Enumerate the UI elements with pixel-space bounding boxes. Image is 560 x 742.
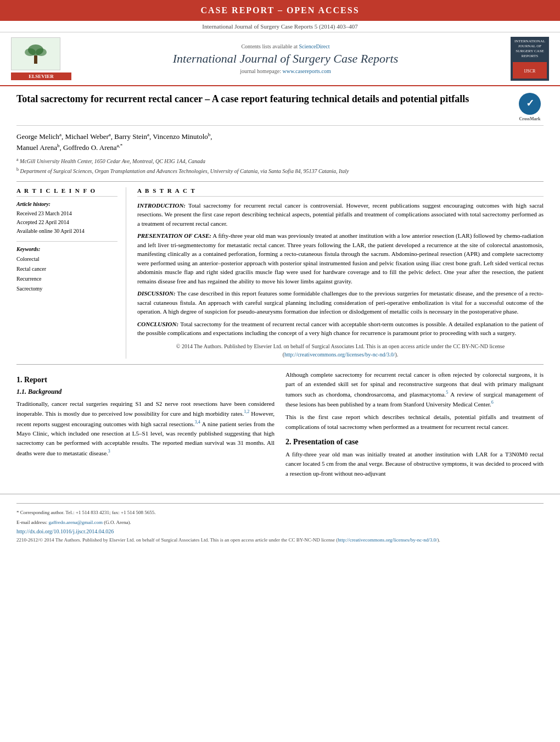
accepted-date: Accepted 22 April 2014 — [16, 218, 117, 227]
received-date: Received 23 March 2014 — [16, 209, 117, 218]
history-section: Article history: Received 23 March 2014 … — [16, 201, 117, 236]
journal-title: International Journal of Surgery Case Re… — [71, 52, 500, 66]
body-col-right: Although complete sacrectomy for recurre… — [285, 370, 544, 482]
author-barry: Barry Stein — [114, 133, 147, 141]
article-content: Total sacrectomy for recurrent rectal ca… — [0, 86, 560, 488]
doi-text: International Journal of Surgery Case Re… — [202, 23, 357, 30]
author-sup-b2: b — [57, 143, 60, 148]
keyword-rectal-cancer: Rectal cancer — [16, 264, 117, 274]
body-para-1: Traditionally, cancer rectal surgeries r… — [16, 399, 275, 459]
section2-heading: 2. Presentation of case — [285, 438, 544, 447]
abstract-conclusion-text: Total sacrectomy for the treatment of re… — [137, 321, 544, 337]
page-footer-text: 2210-2612/© 2014 The Authors. Published … — [16, 537, 544, 544]
abstract-discussion-label: DISCUSSION: — [137, 290, 176, 297]
svg-rect-4 — [34, 55, 37, 64]
body-para-2: Although complete sacrectomy for recurre… — [285, 370, 544, 410]
info-abstract-columns: A R T I C L E I N F O Article history: R… — [16, 181, 544, 359]
sciencedirect-link[interactable]: ScienceDirect — [299, 43, 329, 49]
abstract-presentation-label: PRESENTATION OF CASE: — [137, 232, 211, 239]
body-para-4: A fifty-three year old man was initially… — [285, 450, 544, 479]
email-suffix: (G.O. Arena). — [103, 520, 131, 525]
email-line: E-mail address: gaffredo.arena@gmail.com… — [16, 519, 544, 527]
elsevier-badge: ELSEVIER — [11, 72, 71, 80]
elsevier-tree-logo — [11, 37, 60, 70]
affiliation-b: b Department of Surgical Sciences, Organ… — [16, 166, 544, 175]
section1-heading: 1. Report — [16, 376, 275, 384]
section-divider — [16, 364, 544, 365]
abstract-discussion: DISCUSSION: The case described in this r… — [137, 289, 544, 316]
history-heading: Article history: — [16, 201, 117, 207]
homepage-link[interactable]: www.casereports.com — [282, 68, 331, 74]
abstract-intro-text: Total sacrectomy for recurrent rectal ca… — [137, 202, 544, 227]
aff-sup-b: b — [16, 167, 19, 172]
author-george: George Melich — [16, 133, 59, 141]
keywords-section: Keywords: Colorectal Rectal cancer Recur… — [16, 241, 117, 294]
author-michael: Michael Weber — [65, 133, 109, 141]
abstract-presentation: PRESENTATION OF CASE: A fifty-three year… — [137, 231, 544, 286]
abstract-presentation-text: A fifty-three year old man was previousl… — [137, 232, 544, 284]
footer-license-link[interactable]: http://creativecommons.org/licenses/by-n… — [338, 537, 437, 543]
svg-point-2 — [25, 48, 36, 56]
abstract-conclusion-label: CONCLUSION: — [137, 321, 178, 327]
author-sup-a3: a — [147, 132, 149, 137]
article-info-panel: A R T I C L E I N F O Article history: R… — [16, 187, 126, 359]
journal-center: Contents lists available at ScienceDirec… — [71, 43, 500, 74]
available-date: Available online 30 April 2014 — [16, 227, 117, 236]
abstract-intro-label: INTRODUCTION: — [137, 202, 186, 209]
corresponding-author-note: * Corresponding author. Tel.: +1 514 833… — [16, 509, 544, 517]
abstract-intro: INTRODUCTION: Total sacrectomy for recur… — [137, 201, 544, 228]
footer-copyright-text: 2210-2612/© 2014 The Authors. Published … — [16, 537, 338, 543]
ref-6: 6 — [491, 400, 494, 405]
body-two-column: 1. Report 1.1. Background Traditionally,… — [16, 370, 544, 482]
crossmark-label: CrossMark — [519, 116, 541, 122]
authors-line: George Melicha, Michael Webera, Barry St… — [16, 131, 544, 153]
author-vincenzo: Vincenzo Minutolo — [153, 133, 208, 141]
ref-5: 5 — [446, 390, 448, 395]
author-goffredo: Goffredo O. Arena — [63, 144, 117, 152]
footer-close-paren: ). — [438, 537, 440, 543]
abstract-conclusion: CONCLUSION: Total sacrectomy for the tre… — [137, 320, 544, 338]
affiliation-b-text: Department of Surgical Sciences, Organ T… — [20, 169, 349, 175]
abstract-heading: A B S T R A C T — [137, 187, 544, 197]
sciencedirect-prefix: Contents lists available at — [241, 43, 299, 49]
footer-section: * Corresponding author. Tel.: +1 514 833… — [0, 494, 560, 544]
affiliation-a-text: McGill University Health Center, 1650 Ce… — [20, 158, 205, 164]
author-manuel: Manuel Arena — [16, 144, 57, 152]
crossmark-logo: ✓ — [519, 93, 541, 115]
ref-3-4: 3,4 — [195, 420, 200, 425]
footer-divider — [16, 503, 544, 504]
sciencedirect-line: Contents lists available at ScienceDirec… — [71, 43, 500, 49]
abstract-discussion-text: The case described in this report featur… — [137, 290, 544, 315]
ref-3: 3 — [108, 449, 110, 454]
homepage-prefix: journal homepage: — [240, 68, 282, 74]
email-link[interactable]: gaffredo.arena@gmail.com — [48, 520, 103, 525]
keywords-heading: Keywords: — [16, 246, 117, 252]
author-sup-a2: a — [109, 132, 111, 137]
author-sup-a1: a — [59, 132, 61, 137]
journal-cover-logo: INTERNATIONAL JOURNAL OF SURGERY CASE RE… — [511, 37, 549, 81]
crossmark-widget[interactable]: ✓ CrossMark — [516, 93, 544, 122]
aff-sup-a: a — [16, 157, 19, 162]
affiliation-a: a McGill University Health Center, 1650 … — [16, 157, 544, 165]
body-para-3: This is the first case report which desc… — [285, 412, 544, 432]
ref-1-2: 1,2 — [244, 409, 249, 414]
doi-footer[interactable]: http://dx.doi.org/10.1016/j.ijscr.2014.0… — [16, 528, 544, 534]
journal-logo-right: INTERNATIONAL JOURNAL OF SURGERY CASE RE… — [500, 37, 549, 81]
copyright-line: © 2014 The Authors. Published by Elsevie… — [137, 342, 544, 359]
article-title-section: Total sacrectomy for recurrent rectal ca… — [16, 93, 544, 126]
author-sup-a4: a,* — [117, 143, 123, 148]
copyright-link[interactable]: http://creativecommons.org/licenses/by-n… — [284, 352, 395, 358]
cover-logo-text: INTERNATIONAL JOURNAL OF SURGERY CASE RE… — [513, 39, 547, 59]
abstract-section: A B S T R A C T INTRODUCTION: Total sacr… — [137, 187, 544, 359]
journal-logo-left: ELSEVIER — [11, 37, 71, 80]
keyword-sacrectomy: Sacrectomy — [16, 284, 117, 294]
article-title-text: Total sacrectomy for recurrent rectal ca… — [16, 93, 516, 105]
body-col-left: 1. Report 1.1. Background Traditionally,… — [16, 370, 275, 482]
cover-logo-image: IJSCR — [513, 62, 547, 79]
subsection1-heading: 1.1. Background — [16, 388, 275, 396]
homepage-line: journal homepage: www.casereports.com — [71, 68, 500, 74]
svg-text:IJSCR: IJSCR — [524, 69, 536, 74]
author-sup-b1: b — [208, 132, 211, 137]
doi-line: International Journal of Surgery Case Re… — [0, 21, 560, 32]
case-report-banner: CASE REPORT – OPEN ACCESS — [0, 0, 560, 21]
